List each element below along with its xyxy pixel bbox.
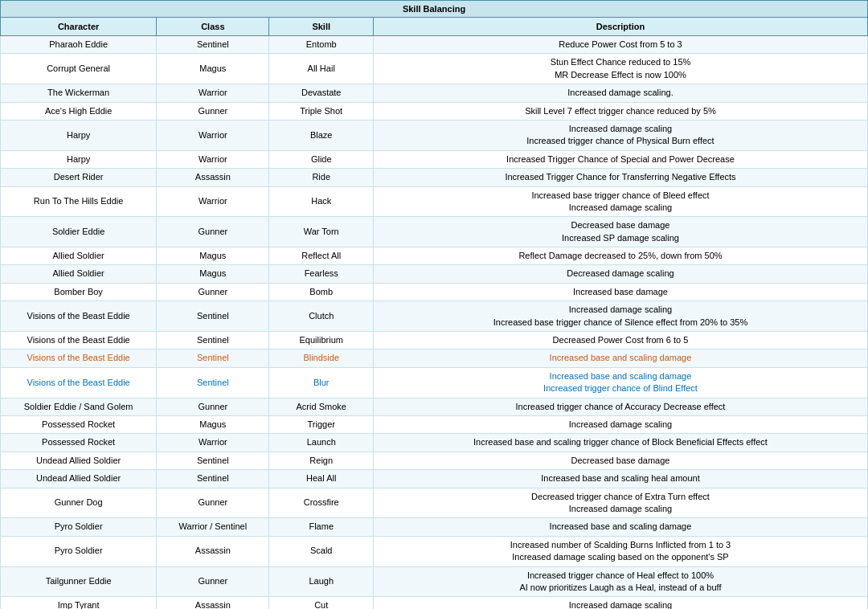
cell-character: Undead Allied Soldier <box>1 470 157 488</box>
cell-character: Desert Rider <box>1 169 157 186</box>
cell-description: Increased Trigger Chance of Special and … <box>373 150 867 168</box>
cell-class: Assassin <box>157 597 269 609</box>
cell-skill: Blur <box>269 367 373 398</box>
table-title-row: Skill Balancing <box>1 1 868 18</box>
cell-character: Soldier Eddie / Sand Golem <box>1 398 157 415</box>
cell-character: Run To The Hills Eddie <box>1 186 157 217</box>
cell-class: Magus <box>157 247 269 265</box>
header-class: Class <box>157 18 269 36</box>
cell-description: Increased damage scalingIncreased base t… <box>373 301 867 332</box>
table-row: Undead Allied SoldierSentinelReignDecrea… <box>1 452 868 469</box>
cell-class: Warrior <box>157 120 269 150</box>
cell-class: Magus <box>157 265 269 283</box>
cell-skill: Clutch <box>269 301 373 332</box>
cell-character: Pyro Soldier <box>1 518 157 536</box>
table-row: Pyro SoldierWarrior / SentinelFlameIncre… <box>1 518 868 536</box>
cell-description: Decreased base damage <box>373 452 867 469</box>
cell-skill: Fearless <box>269 265 373 283</box>
table-row: Visions of the Beast EddieSentinelBlinds… <box>1 349 868 367</box>
skill-balancing-table: Skill Balancing Character Class Skill De… <box>0 0 868 609</box>
cell-skill: Equilibrium <box>269 332 373 349</box>
cell-description: Increased base and scaling damage <box>373 518 867 536</box>
cell-character: Imp Tyrant <box>1 597 157 609</box>
table-row: Bomber BoyGunnerBombIncreased base damag… <box>1 283 868 300</box>
cell-class: Gunner <box>157 283 269 300</box>
cell-description: Increased damage scaling <box>373 597 867 609</box>
cell-class: Gunner <box>157 217 269 247</box>
cell-description: Decreased Power Cost from 6 to 5 <box>373 332 867 349</box>
table-row: Allied SoldierMagusFearlessDecreased dam… <box>1 265 868 283</box>
header-character: Character <box>1 18 157 36</box>
cell-character: Bomber Boy <box>1 283 157 300</box>
cell-character: Tailgunner Eddie <box>1 566 157 597</box>
cell-class: Warrior <box>157 434 269 452</box>
cell-skill: Acrid Smoke <box>269 398 373 415</box>
cell-description: Decreased trigger chance of Extra Turn e… <box>373 488 867 518</box>
cell-class: Assassin <box>157 536 269 566</box>
cell-description: Increased Trigger Chance for Transferrin… <box>373 169 867 186</box>
cell-description: Increased number of Scalding Burns Infli… <box>373 536 867 566</box>
cell-character: Corrupt General <box>1 54 157 84</box>
cell-class: Warrior <box>157 84 269 102</box>
cell-description: Increased damage scaling <box>373 415 867 433</box>
cell-skill: Blindside <box>269 349 373 367</box>
table-title: Skill Balancing <box>1 1 868 18</box>
table-row: Desert RiderAssassinRideIncreased Trigge… <box>1 169 868 186</box>
cell-description: Reduce Power Cost from 5 to 3 <box>373 36 867 54</box>
cell-character: Visions of the Beast Eddie <box>1 349 157 367</box>
cell-skill: Flame <box>269 518 373 536</box>
cell-description: Increased base trigger chance of Bleed e… <box>373 186 867 217</box>
cell-class: Sentinel <box>157 332 269 349</box>
cell-skill: Hack <box>269 186 373 217</box>
cell-skill: Reflect All <box>269 247 373 265</box>
cell-skill: Reign <box>269 452 373 469</box>
cell-skill: Ride <box>269 169 373 186</box>
cell-class: Sentinel <box>157 301 269 332</box>
cell-description: Increased base damage <box>373 283 867 300</box>
table-row: Pyro SoldierAssassinScaldIncreased numbe… <box>1 536 868 566</box>
table-row: Pharaoh EddieSentinelEntombReduce Power … <box>1 36 868 54</box>
cell-character: Harpy <box>1 150 157 168</box>
cell-class: Warrior <box>157 150 269 168</box>
cell-description: Decreased base damageIncreased SP damage… <box>373 217 867 247</box>
cell-class: Magus <box>157 415 269 433</box>
cell-character: The Wickerman <box>1 84 157 102</box>
cell-character: Harpy <box>1 120 157 150</box>
cell-description: Increased base and scaling damage <box>373 349 867 367</box>
cell-skill: Laugh <box>269 566 373 597</box>
cell-class: Gunner <box>157 566 269 597</box>
cell-class: Sentinel <box>157 349 269 367</box>
cell-class: Gunner <box>157 398 269 415</box>
cell-character: Visions of the Beast Eddie <box>1 332 157 349</box>
cell-character: Possessed Rocket <box>1 434 157 452</box>
cell-description: Increased trigger chance of Accuracy Dec… <box>373 398 867 415</box>
cell-description: Stun Effect Chance reduced to 15%MR Decr… <box>373 54 867 84</box>
cell-skill: Crossfire <box>269 488 373 518</box>
table-row: Possessed RocketWarriorLaunchIncreased b… <box>1 434 868 452</box>
cell-skill: Bomb <box>269 283 373 300</box>
header-description: Description <box>373 18 867 36</box>
table-row: Gunner DogGunnerCrossfireDecreased trigg… <box>1 488 868 518</box>
table-row: Visions of the Beast EddieSentinelClutch… <box>1 301 868 332</box>
cell-class: Sentinel <box>157 36 269 54</box>
cell-skill: All Hail <box>269 54 373 84</box>
header-skill: Skill <box>269 18 373 36</box>
cell-skill: War Torn <box>269 217 373 247</box>
cell-character: Allied Soldier <box>1 265 157 283</box>
cell-skill: Launch <box>269 434 373 452</box>
table-row: Soldier EddieGunnerWar TornDecreased bas… <box>1 217 868 247</box>
table-row: Ace's High EddieGunnerTriple ShotSkill L… <box>1 102 868 120</box>
table-row: HarpyWarriorGlideIncreased Trigger Chanc… <box>1 150 868 168</box>
cell-description: Increased damage scaling. <box>373 84 867 102</box>
cell-skill: Scald <box>269 536 373 566</box>
cell-character: Gunner Dog <box>1 488 157 518</box>
table-row: Tailgunner EddieGunnerLaughIncreased tri… <box>1 566 868 597</box>
cell-class: Sentinel <box>157 452 269 469</box>
cell-character: Pharaoh Eddie <box>1 36 157 54</box>
cell-description: Increased base and scaling trigger chanc… <box>373 434 867 452</box>
table-row: Soldier Eddie / Sand GolemGunnerAcrid Sm… <box>1 398 868 415</box>
cell-character: Possessed Rocket <box>1 415 157 433</box>
table-row: Visions of the Beast EddieSentinelEquili… <box>1 332 868 349</box>
cell-class: Sentinel <box>157 470 269 488</box>
table-header-row: Character Class Skill Description <box>1 18 868 36</box>
